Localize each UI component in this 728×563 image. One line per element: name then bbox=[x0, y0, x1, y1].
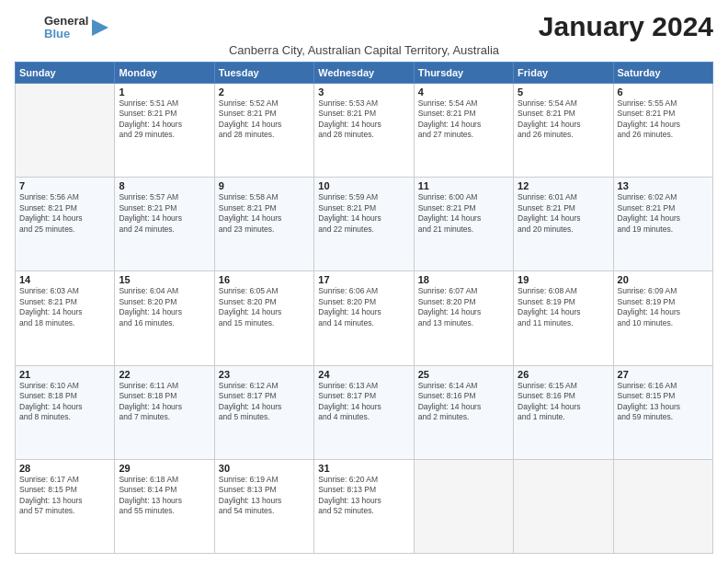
header-cell-wednesday: Wednesday bbox=[314, 63, 414, 84]
cell-day-number: 19 bbox=[518, 274, 609, 285]
cell-day-number: 20 bbox=[618, 274, 709, 285]
calendar-cell: 7Sunrise: 5:56 AM Sunset: 8:21 PM Daylig… bbox=[16, 178, 115, 271]
cell-day-number: 1 bbox=[119, 86, 210, 98]
logo-svg bbox=[15, 15, 40, 40]
calendar-cell: 11Sunrise: 6:00 AM Sunset: 8:21 PM Dayli… bbox=[414, 178, 513, 271]
cell-day-info: Sunrise: 5:58 AM Sunset: 8:21 PM Dayligh… bbox=[219, 192, 310, 235]
cell-day-number: 12 bbox=[518, 180, 609, 191]
cell-day-number: 10 bbox=[318, 180, 409, 191]
cell-day-info: Sunrise: 6:01 AM Sunset: 8:21 PM Dayligh… bbox=[518, 192, 609, 235]
calendar-cell: 5Sunrise: 5:54 AM Sunset: 8:21 PM Daylig… bbox=[514, 84, 613, 178]
cell-day-number: 4 bbox=[418, 86, 509, 98]
cell-day-number: 2 bbox=[219, 86, 310, 98]
cell-day-number: 22 bbox=[119, 369, 210, 380]
calendar-cell: 13Sunrise: 6:02 AM Sunset: 8:21 PM Dayli… bbox=[613, 178, 712, 271]
cell-day-info: Sunrise: 6:11 AM Sunset: 8:18 PM Dayligh… bbox=[119, 381, 210, 423]
cell-day-info: Sunrise: 6:19 AM Sunset: 8:13 PM Dayligh… bbox=[219, 475, 310, 517]
calendar-cell: 18Sunrise: 6:07 AM Sunset: 8:20 PM Dayli… bbox=[414, 271, 513, 365]
calendar-cell: 16Sunrise: 6:05 AM Sunset: 8:20 PM Dayli… bbox=[214, 271, 313, 365]
calendar-cell: 21Sunrise: 6:10 AM Sunset: 8:18 PM Dayli… bbox=[16, 365, 115, 459]
cell-day-number: 24 bbox=[318, 369, 409, 380]
cell-day-info: Sunrise: 5:55 AM Sunset: 8:21 PM Dayligh… bbox=[618, 98, 709, 141]
calendar-table: SundayMondayTuesdayWednesdayThursdayFrid… bbox=[15, 62, 713, 554]
calendar-cell: 31Sunrise: 6:20 AM Sunset: 8:13 PM Dayli… bbox=[314, 459, 414, 553]
calendar-cell: 19Sunrise: 6:08 AM Sunset: 8:19 PM Dayli… bbox=[514, 271, 613, 365]
calendar-cell: 22Sunrise: 6:11 AM Sunset: 8:18 PM Dayli… bbox=[115, 365, 214, 459]
calendar-cell: 9Sunrise: 5:58 AM Sunset: 8:21 PM Daylig… bbox=[214, 178, 313, 271]
logo: General Blue bbox=[15, 15, 108, 41]
cell-day-number: 27 bbox=[618, 369, 709, 380]
calendar-cell bbox=[414, 459, 513, 553]
cell-day-number: 18 bbox=[418, 274, 509, 285]
calendar-row-3: 21Sunrise: 6:10 AM Sunset: 8:18 PM Dayli… bbox=[16, 365, 713, 459]
cell-day-number: 9 bbox=[219, 180, 310, 191]
page: General Blue January 2024 Canberra City,… bbox=[0, 0, 728, 563]
header-cell-monday: Monday bbox=[115, 63, 214, 84]
calendar-cell: 23Sunrise: 6:12 AM Sunset: 8:17 PM Dayli… bbox=[214, 365, 313, 459]
cell-day-number: 6 bbox=[618, 86, 709, 98]
cell-day-info: Sunrise: 6:12 AM Sunset: 8:17 PM Dayligh… bbox=[219, 381, 310, 423]
cell-day-info: Sunrise: 6:15 AM Sunset: 8:16 PM Dayligh… bbox=[518, 381, 609, 423]
svg-rect-0 bbox=[15, 21, 40, 35]
cell-day-number: 17 bbox=[318, 274, 409, 285]
logo-arrow bbox=[92, 19, 108, 36]
calendar-cell: 10Sunrise: 5:59 AM Sunset: 8:21 PM Dayli… bbox=[314, 178, 414, 271]
cell-day-number: 16 bbox=[219, 274, 310, 285]
cell-day-info: Sunrise: 5:53 AM Sunset: 8:21 PM Dayligh… bbox=[318, 98, 409, 141]
cell-day-number: 5 bbox=[518, 86, 609, 98]
cell-day-info: Sunrise: 5:56 AM Sunset: 8:21 PM Dayligh… bbox=[19, 192, 110, 235]
cell-day-info: Sunrise: 6:00 AM Sunset: 8:21 PM Dayligh… bbox=[418, 192, 509, 235]
header-cell-saturday: Saturday bbox=[613, 63, 712, 84]
calendar-cell: 20Sunrise: 6:09 AM Sunset: 8:19 PM Dayli… bbox=[613, 271, 712, 365]
calendar-cell bbox=[613, 459, 712, 553]
subtitle: Canberra City, Australian Capital Territ… bbox=[15, 43, 713, 57]
cell-day-number: 25 bbox=[418, 369, 509, 380]
cell-day-info: Sunrise: 5:57 AM Sunset: 8:21 PM Dayligh… bbox=[119, 192, 210, 235]
cell-day-info: Sunrise: 6:18 AM Sunset: 8:14 PM Dayligh… bbox=[119, 475, 210, 517]
cell-day-info: Sunrise: 6:16 AM Sunset: 8:15 PM Dayligh… bbox=[618, 381, 709, 423]
header-cell-friday: Friday bbox=[514, 63, 613, 84]
calendar-cell: 24Sunrise: 6:13 AM Sunset: 8:17 PM Dayli… bbox=[314, 365, 414, 459]
cell-day-number: 29 bbox=[119, 463, 210, 474]
calendar-row-0: 1Sunrise: 5:51 AM Sunset: 8:21 PM Daylig… bbox=[16, 84, 713, 178]
cell-day-info: Sunrise: 6:06 AM Sunset: 8:20 PM Dayligh… bbox=[318, 286, 409, 328]
cell-day-info: Sunrise: 6:17 AM Sunset: 8:15 PM Dayligh… bbox=[19, 475, 110, 517]
cell-day-info: Sunrise: 6:03 AM Sunset: 8:21 PM Dayligh… bbox=[19, 286, 110, 328]
calendar-cell: 2Sunrise: 5:52 AM Sunset: 8:21 PM Daylig… bbox=[214, 84, 313, 178]
cell-day-number: 21 bbox=[19, 369, 110, 380]
calendar-row-4: 28Sunrise: 6:17 AM Sunset: 8:15 PM Dayli… bbox=[16, 459, 713, 553]
cell-day-number: 26 bbox=[518, 369, 609, 380]
calendar-cell: 14Sunrise: 6:03 AM Sunset: 8:21 PM Dayli… bbox=[16, 271, 115, 365]
cell-day-number: 11 bbox=[418, 180, 509, 191]
cell-day-info: Sunrise: 6:08 AM Sunset: 8:19 PM Dayligh… bbox=[518, 286, 609, 328]
month-title: January 2024 bbox=[539, 11, 713, 41]
calendar-cell bbox=[514, 459, 613, 553]
cell-day-number: 13 bbox=[618, 180, 709, 191]
cell-day-number: 28 bbox=[19, 463, 110, 474]
svg-marker-1 bbox=[92, 19, 108, 36]
cell-day-number: 31 bbox=[318, 463, 409, 474]
cell-day-number: 7 bbox=[19, 180, 110, 191]
calendar-cell: 8Sunrise: 5:57 AM Sunset: 8:21 PM Daylig… bbox=[115, 178, 214, 271]
cell-day-info: Sunrise: 5:59 AM Sunset: 8:21 PM Dayligh… bbox=[318, 192, 409, 235]
header: General Blue January 2024 bbox=[15, 11, 713, 41]
title-block: January 2024 bbox=[539, 11, 713, 41]
calendar-cell: 17Sunrise: 6:06 AM Sunset: 8:20 PM Dayli… bbox=[314, 271, 414, 365]
calendar-cell: 4Sunrise: 5:54 AM Sunset: 8:21 PM Daylig… bbox=[414, 84, 513, 178]
calendar-cell: 3Sunrise: 5:53 AM Sunset: 8:21 PM Daylig… bbox=[314, 84, 414, 178]
cell-day-number: 8 bbox=[119, 180, 210, 191]
cell-day-number: 23 bbox=[219, 369, 310, 380]
calendar-cell: 28Sunrise: 6:17 AM Sunset: 8:15 PM Dayli… bbox=[16, 459, 115, 553]
cell-day-info: Sunrise: 6:09 AM Sunset: 8:19 PM Dayligh… bbox=[618, 286, 709, 328]
calendar-cell: 29Sunrise: 6:18 AM Sunset: 8:14 PM Dayli… bbox=[115, 459, 214, 553]
cell-day-number: 30 bbox=[219, 463, 310, 474]
cell-day-number: 3 bbox=[318, 86, 409, 98]
cell-day-info: Sunrise: 6:10 AM Sunset: 8:18 PM Dayligh… bbox=[19, 381, 110, 423]
cell-day-info: Sunrise: 6:04 AM Sunset: 8:20 PM Dayligh… bbox=[119, 286, 210, 328]
cell-day-info: Sunrise: 6:13 AM Sunset: 8:17 PM Dayligh… bbox=[318, 381, 409, 423]
calendar-cell: 25Sunrise: 6:14 AM Sunset: 8:16 PM Dayli… bbox=[414, 365, 513, 459]
header-row: SundayMondayTuesdayWednesdayThursdayFrid… bbox=[16, 63, 713, 84]
header-cell-sunday: Sunday bbox=[16, 63, 115, 84]
logo-general: General bbox=[44, 15, 88, 28]
cell-day-info: Sunrise: 5:51 AM Sunset: 8:21 PM Dayligh… bbox=[119, 98, 210, 141]
